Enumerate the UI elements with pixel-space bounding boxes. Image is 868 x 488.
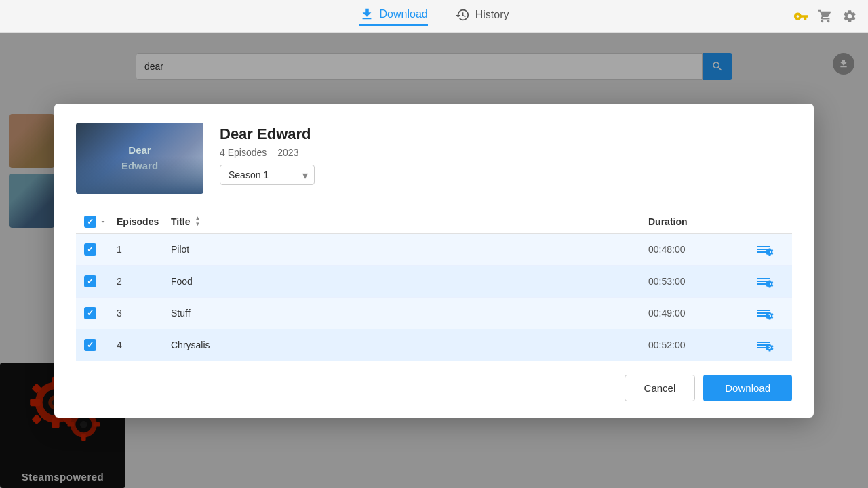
poster-title-line1: Dear xyxy=(121,144,158,157)
episodes-table-scroll[interactable]: 1 Pilot 00:48:00 xyxy=(76,234,792,361)
checkbox-4[interactable] xyxy=(84,339,96,351)
th-title[interactable]: Title ▲ ▼ xyxy=(171,216,648,228)
nav-download-label: Download xyxy=(380,8,428,20)
row-duration-3: 00:49:00 xyxy=(648,308,743,319)
season-select[interactable]: Season 1 Season 2 xyxy=(220,165,315,185)
row-gear-icon-1 xyxy=(765,247,774,257)
settings-icon[interactable] xyxy=(842,9,857,24)
table-row: 3 Stuff 00:49:00 xyxy=(76,298,792,329)
row-title-1: Pilot xyxy=(171,244,648,255)
episodes-header-label: Episodes xyxy=(117,216,159,227)
season-dropdown-wrap[interactable]: Season 1 Season 2 xyxy=(220,165,315,185)
duration-header-label: Duration xyxy=(648,216,688,227)
row-ep-2: 2 xyxy=(117,276,171,287)
checkbox-3[interactable] xyxy=(84,307,96,319)
show-title: Dear Edward xyxy=(220,125,315,143)
download-nav-icon xyxy=(359,7,374,22)
row-duration-2: 00:53:00 xyxy=(648,276,743,287)
row-checkbox-4[interactable] xyxy=(84,339,117,351)
top-nav: Download History xyxy=(359,7,509,26)
modal-overlay: Dear Edward Dear Edward 4 Episodes 2023 xyxy=(0,33,868,488)
row-settings-3[interactable] xyxy=(757,310,770,317)
title-sort-arrows[interactable]: ▲ ▼ xyxy=(195,216,201,228)
select-all-checkbox[interactable] xyxy=(84,216,96,228)
row-checkbox-1[interactable] xyxy=(84,243,117,256)
row-checkbox-2[interactable] xyxy=(84,275,117,287)
table-row: 2 Food 00:53:00 xyxy=(76,266,792,298)
row-gear-icon-4 xyxy=(765,343,774,352)
history-nav-icon xyxy=(455,7,470,22)
row-action-2[interactable] xyxy=(743,278,784,285)
top-bar: Download History xyxy=(0,0,868,33)
modal-body: Dear Edward Dear Edward 4 Episodes 2023 xyxy=(54,104,814,361)
key-icon[interactable] xyxy=(793,9,808,24)
row-duration-1: 00:48:00 xyxy=(648,244,743,255)
title-header-label: Title xyxy=(171,216,191,227)
modal-footer: Cancel Download xyxy=(54,361,814,418)
row-action-3[interactable] xyxy=(743,310,784,317)
background-area: List xyxy=(0,33,868,488)
row-action-4[interactable] xyxy=(743,342,784,348)
season-dropdown[interactable]: Season 1 Season 2 xyxy=(220,165,315,185)
nav-download[interactable]: Download xyxy=(359,7,428,26)
checkbox-1[interactable] xyxy=(84,243,96,256)
show-poster: Dear Edward xyxy=(76,123,203,194)
row-settings-4[interactable] xyxy=(757,342,770,348)
th-sort-icon xyxy=(99,218,107,226)
th-checkbox[interactable] xyxy=(84,216,117,228)
table-header: Episodes Title ▲ ▼ Duration xyxy=(76,210,792,234)
th-episodes: Episodes xyxy=(117,216,171,227)
download-button[interactable]: Download xyxy=(703,375,792,401)
row-title-4: Chrysalis xyxy=(171,340,648,350)
row-title-3: Stuff xyxy=(171,308,648,319)
episodes-count: 4 Episodes xyxy=(220,147,267,158)
nav-history-label: History xyxy=(475,9,509,21)
show-episodes-year: 4 Episodes 2023 xyxy=(220,147,315,158)
top-right-icons xyxy=(793,9,857,24)
show-year: 2023 xyxy=(277,147,298,158)
table-row: 1 Pilot 00:48:00 xyxy=(76,234,792,266)
row-gear-icon-3 xyxy=(765,311,774,321)
row-settings-1[interactable] xyxy=(757,246,770,253)
row-ep-1: 1 xyxy=(117,244,171,255)
th-duration: Duration xyxy=(648,216,743,227)
modal-dialog: Dear Edward Dear Edward 4 Episodes 2023 xyxy=(54,104,814,418)
poster-inner: Dear Edward xyxy=(76,123,203,194)
nav-history[interactable]: History xyxy=(455,7,509,25)
checkbox-2[interactable] xyxy=(84,275,96,287)
row-checkbox-3[interactable] xyxy=(84,307,117,319)
show-info: Dear Edward Dear Edward 4 Episodes 2023 xyxy=(76,123,792,194)
row-settings-2[interactable] xyxy=(757,278,770,285)
row-ep-4: 4 xyxy=(117,340,171,350)
row-action-1[interactable] xyxy=(743,246,784,253)
show-meta: Dear Edward 4 Episodes 2023 Season 1 Sea… xyxy=(220,123,315,185)
row-ep-3: 3 xyxy=(117,308,171,319)
row-gear-icon-2 xyxy=(765,279,774,289)
cart-icon[interactable] xyxy=(818,9,833,24)
cancel-button[interactable]: Cancel xyxy=(625,375,696,401)
table-row: 4 Chrysalis 00:52:00 xyxy=(76,329,792,361)
row-title-2: Food xyxy=(171,276,648,287)
row-duration-4: 00:52:00 xyxy=(648,340,743,350)
